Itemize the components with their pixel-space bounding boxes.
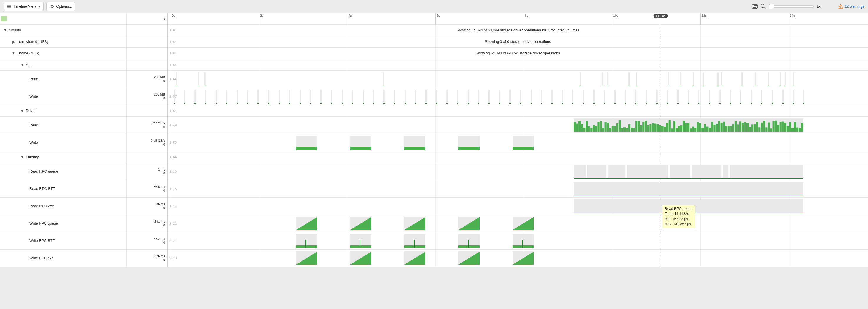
options-button[interactable]: Options... <box>46 2 75 11</box>
track-lane[interactable]: 118 <box>168 163 868 180</box>
track-lane[interactable]: 221 <box>168 215 868 232</box>
svg-marker-112 <box>404 217 426 230</box>
chevron-down-icon: ▾ <box>38 4 40 9</box>
svg-rect-100 <box>780 122 782 132</box>
svg-rect-28 <box>609 128 612 132</box>
track-label[interactable]: ▼Mounts <box>0 25 126 36</box>
svg-rect-1 <box>752 5 758 8</box>
scale-min: 0 <box>163 258 165 262</box>
zoom-label: 1x <box>816 4 820 8</box>
options-label: Options... <box>56 4 72 8</box>
track-lane[interactable]: 164Showing 64,094 of 64,094 storage driv… <box>168 25 868 36</box>
track-scale: 1 ms0 <box>126 163 168 180</box>
chevron-down-icon[interactable]: ▼ <box>21 109 24 113</box>
svg-rect-16 <box>581 124 583 132</box>
svg-rect-20 <box>590 128 592 132</box>
svg-rect-72 <box>713 125 715 132</box>
track-scale: 210 MB0 <box>126 71 168 88</box>
time-cursor-line <box>660 134 661 151</box>
svg-rect-44 <box>647 125 649 132</box>
track-label[interactable]: Write RPC exe <box>0 250 126 267</box>
time-cursor-line <box>660 215 661 232</box>
svg-rect-3 <box>753 5 754 6</box>
track-lane[interactable]: 164 <box>168 105 868 117</box>
track-label[interactable]: Read <box>0 71 126 88</box>
track-label-text: Write <box>29 94 38 99</box>
svg-rect-105 <box>792 128 794 132</box>
svg-rect-45 <box>649 124 651 132</box>
track-lane[interactable]: 164Showing 0 of 0 storage driver operati… <box>168 36 868 47</box>
track-label[interactable]: Read <box>0 117 126 134</box>
chevron-right-icon[interactable]: ▶ <box>12 40 15 44</box>
svg-rect-19 <box>588 127 590 132</box>
svg-marker-114 <box>513 217 534 230</box>
zoom-slider-knob[interactable] <box>769 4 774 9</box>
svg-rect-21 <box>593 125 595 132</box>
track-label[interactable]: Read RPC queue <box>0 163 126 180</box>
chevron-down-icon[interactable]: ▾ <box>164 17 166 21</box>
track-lane[interactable]: 117 <box>168 198 868 215</box>
chevron-down-icon[interactable]: ▼ <box>12 51 15 55</box>
track-label[interactable]: Write <box>0 134 126 151</box>
track-lane[interactable]: 157 <box>168 88 868 105</box>
track-scale: 326 ms0 <box>126 250 168 267</box>
track-label-text: Write RPC exe <box>29 256 54 260</box>
svg-rect-86 <box>746 123 748 132</box>
chevron-down-icon[interactable]: ▼ <box>21 63 24 67</box>
track-label[interactable]: ▼App <box>0 59 126 71</box>
svg-rect-14 <box>576 124 578 132</box>
svg-rect-30 <box>614 126 616 132</box>
track-label[interactable]: Read RPC exe <box>0 198 126 215</box>
svg-rect-92 <box>761 123 763 132</box>
svg-rect-89 <box>753 124 755 132</box>
zoom-out-icon[interactable] <box>761 4 766 9</box>
track-scale: 527 MB/s0 <box>126 117 168 134</box>
view-selector[interactable]: Timeline View ▾ <box>3 2 43 11</box>
ruler-tick-label: 10s <box>613 14 619 18</box>
track-scale: 67.2 ms0 <box>126 232 168 250</box>
track-lane[interactable]: 149 <box>168 117 868 134</box>
svg-rect-74 <box>718 121 720 132</box>
svg-rect-59 <box>683 121 685 132</box>
keyboard-icon[interactable] <box>752 4 758 9</box>
svg-rect-18 <box>586 121 588 132</box>
track-lane[interactable]: 164 <box>168 151 868 163</box>
track-scale: 36 ms0 <box>126 198 168 215</box>
track-scale <box>126 105 168 117</box>
chevron-down-icon[interactable]: ▼ <box>3 28 7 32</box>
track-label[interactable]: ▼Latency <box>0 151 126 163</box>
track-label-text: Latency <box>26 155 39 159</box>
svg-rect-104 <box>789 122 791 132</box>
track-lane[interactable]: 159 <box>168 134 868 151</box>
track-label[interactable]: ▶_cm_shared (NFS) <box>0 36 126 47</box>
track-label[interactable]: Write <box>0 88 126 105</box>
svg-point-12 <box>840 7 841 8</box>
track-label[interactable]: ▼_home (NFS) <box>0 47 126 59</box>
track-lane[interactable]: 164 <box>168 71 868 88</box>
svg-rect-63 <box>692 127 694 132</box>
overview-strip[interactable] <box>1 16 7 22</box>
svg-rect-43 <box>645 121 647 132</box>
track-lane[interactable]: 164 <box>168 59 868 71</box>
track-label[interactable]: Write RPC RTT <box>0 232 126 250</box>
toolbar: Timeline View ▾ Options... 1x 12 warning… <box>0 0 868 13</box>
track-lane[interactable]: 164Showing 64,094 of 64,094 storage driv… <box>168 47 868 59</box>
track-label[interactable]: ▼Driver <box>0 105 126 117</box>
time-cursor-line <box>660 71 661 88</box>
time-cursor-line <box>660 151 661 163</box>
track-label[interactable]: Read RPC RTT <box>0 180 126 198</box>
svg-rect-58 <box>680 125 682 132</box>
track-lane[interactable]: 218 <box>168 250 868 267</box>
chevron-down-icon[interactable]: ▼ <box>21 155 24 159</box>
svg-rect-15 <box>579 121 581 132</box>
zoom-slider[interactable] <box>769 5 813 8</box>
track-lane[interactable]: 221 <box>168 232 868 250</box>
svg-rect-46 <box>652 123 654 132</box>
time-ruler[interactable]: 0s2s4s6s8s10s12s14s11.10s <box>168 13 868 25</box>
track-label[interactable]: Write RPC queue <box>0 215 126 232</box>
svg-rect-87 <box>749 127 751 132</box>
hover-tooltip: Read RPC queue Time: 11.1182s Min: 76.92… <box>662 205 695 229</box>
warnings-link[interactable]: 12 warnings <box>838 4 865 9</box>
warning-icon <box>838 4 843 9</box>
track-lane[interactable]: 118 <box>168 180 868 198</box>
